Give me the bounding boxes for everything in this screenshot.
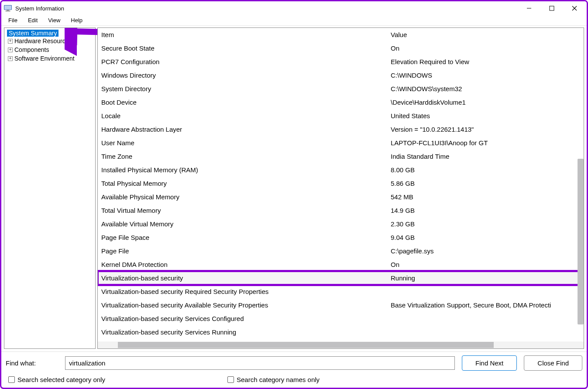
menu-file[interactable]: File [3, 16, 23, 24]
cell-item: User Name [100, 137, 391, 149]
cell-item: Windows Directory [100, 69, 391, 81]
category-tree[interactable]: System Summary + Hardware Resources + Co… [4, 27, 96, 349]
table-row[interactable]: Page FileC:\pagefile.sys [98, 244, 584, 258]
tree-item-label: Components [14, 46, 49, 53]
cell-value [391, 286, 581, 297]
table-row[interactable]: Windows DirectoryC:\WINDOWS [98, 68, 584, 82]
minimize-icon [526, 6, 532, 11]
tree-item-software-environment[interactable]: + Software Environment [5, 54, 94, 63]
cell-item: Boot Device [100, 96, 391, 108]
table-row[interactable]: PCR7 ConfigurationElevation Required to … [98, 55, 584, 68]
close-icon [572, 6, 577, 11]
col-header-item[interactable]: Item [100, 29, 391, 41]
column-headers[interactable]: Item Value [98, 28, 584, 41]
table-row[interactable]: Virtualization-based securityRunning [98, 271, 584, 285]
cell-item: System Directory [100, 83, 391, 95]
checkbox-label: Search selected category only [17, 376, 105, 383]
cell-value: LAPTOP-FCL1UI3I\Anoop for GT [391, 137, 581, 149]
horizontal-scrollbar-thumb[interactable] [118, 342, 494, 348]
cell-value: 2.30 GB [391, 218, 581, 230]
cell-item: Total Virtual Memory [100, 205, 391, 216]
details-grid[interactable]: Item Value Secure Boot StateOnPCR7 Confi… [98, 28, 584, 341]
cell-item: Virtualization-based security [100, 272, 391, 284]
svg-rect-2 [7, 10, 9, 11]
table-row[interactable]: Page File Space9.04 GB [98, 231, 584, 244]
cell-value: C:\WINDOWS\system32 [391, 83, 581, 95]
horizontal-scrollbar[interactable] [98, 341, 584, 348]
expand-icon[interactable]: + [8, 48, 13, 52]
window-controls [523, 2, 584, 14]
tree-item-label: Hardware Resources [14, 38, 72, 44]
table-row[interactable]: Total Virtual Memory14.9 GB [98, 204, 584, 217]
table-row[interactable]: Virtualization-based security Required S… [98, 285, 584, 298]
tree-item-components[interactable]: + Components [5, 45, 94, 54]
tree-item-label: Software Environment [14, 55, 75, 62]
cell-item: Page File Space [100, 232, 391, 243]
cell-item: Total Physical Memory [100, 177, 391, 189]
tree-item-hardware-resources[interactable]: + Hardware Resources [5, 37, 94, 45]
expand-icon[interactable]: + [8, 39, 13, 44]
table-row[interactable]: Total Physical Memory5.86 GB [98, 177, 584, 190]
table-row[interactable]: Available Physical Memory542 MB [98, 190, 584, 204]
table-row[interactable]: Available Virtual Memory2.30 GB [98, 217, 584, 231]
main-area: System Summary + Hardware Resources + Co… [1, 26, 587, 351]
table-row[interactable]: Kernel DMA ProtectionOn [98, 258, 584, 271]
tree-root-system-summary[interactable]: System Summary [7, 30, 58, 37]
cell-value: C:\WINDOWS [391, 69, 581, 81]
table-row[interactable]: Virtualization-based security Available … [98, 298, 584, 312]
titlebar: System Information [1, 1, 587, 15]
search-selected-category-checkbox[interactable]: Search selected category only [8, 376, 105, 383]
menu-view[interactable]: View [43, 16, 65, 24]
find-input[interactable] [65, 356, 455, 370]
cell-value: India Standard Time [391, 150, 581, 162]
checkbox-icon [8, 376, 15, 383]
maximize-button[interactable] [546, 2, 558, 14]
menu-help[interactable]: Help [65, 16, 88, 24]
table-row[interactable]: Windows Defender Application Control pol… [98, 339, 584, 341]
cell-value [391, 326, 581, 338]
svg-rect-1 [4, 6, 11, 10]
cell-value: Enforced [391, 340, 581, 341]
details-pane: Item Value Secure Boot StateOnPCR7 Confi… [97, 27, 584, 349]
table-row[interactable]: Boot Device\Device\HarddiskVolume1 [98, 96, 584, 109]
table-row[interactable]: Virtualization-based security Services C… [98, 312, 584, 325]
table-row[interactable]: LocaleUnited States [98, 109, 584, 123]
cell-item: PCR7 Configuration [100, 56, 391, 68]
table-row[interactable]: Time ZoneIndia Standard Time [98, 150, 584, 163]
vertical-scrollbar-thumb[interactable] [578, 159, 584, 324]
table-row[interactable]: System DirectoryC:\WINDOWS\system32 [98, 82, 584, 96]
cell-item: Installed Physical Memory (RAM) [100, 164, 391, 176]
table-row[interactable]: Virtualization-based security Services R… [98, 325, 584, 339]
close-button[interactable] [568, 2, 581, 14]
cell-item: Kernel DMA Protection [100, 259, 391, 270]
col-header-value[interactable]: Value [391, 29, 581, 41]
table-row[interactable]: Secure Boot StateOn [98, 41, 584, 55]
cell-item: Virtualization-based security Services C… [100, 313, 391, 324]
cell-value: C:\pagefile.sys [391, 245, 581, 257]
cell-item: Virtualization-based security Services R… [100, 326, 391, 338]
cell-value: Running [391, 272, 581, 284]
close-find-button[interactable]: Close Find [524, 355, 582, 371]
cell-value: On [391, 42, 581, 54]
table-row[interactable]: Installed Physical Memory (RAM)8.00 GB [98, 163, 584, 177]
cell-value: 9.04 GB [391, 232, 581, 243]
cell-value: 5.86 GB [391, 177, 581, 189]
maximize-icon [549, 6, 554, 11]
app-icon [4, 5, 12, 12]
cell-item: Virtualization-based security Required S… [100, 286, 391, 297]
cell-item: Time Zone [100, 150, 391, 162]
menu-edit[interactable]: Edit [23, 16, 43, 24]
cell-value: Version = "10.0.22621.1413" [391, 123, 581, 135]
checkbox-label: Search category names only [237, 376, 320, 383]
search-category-names-checkbox[interactable]: Search category names only [227, 376, 320, 383]
minimize-button[interactable] [523, 2, 535, 14]
find-next-button[interactable]: Find Next [462, 355, 517, 371]
cell-item: Hardware Abstraction Layer [100, 123, 391, 135]
table-row[interactable]: Hardware Abstraction LayerVersion = "10.… [98, 123, 584, 136]
cell-item: Available Virtual Memory [100, 218, 391, 230]
window-title: System Information [15, 5, 523, 12]
cell-value: Elevation Required to View [391, 56, 581, 68]
expand-icon[interactable]: + [8, 56, 13, 61]
cell-item: Locale [100, 110, 391, 122]
table-row[interactable]: User NameLAPTOP-FCL1UI3I\Anoop for GT [98, 136, 584, 150]
